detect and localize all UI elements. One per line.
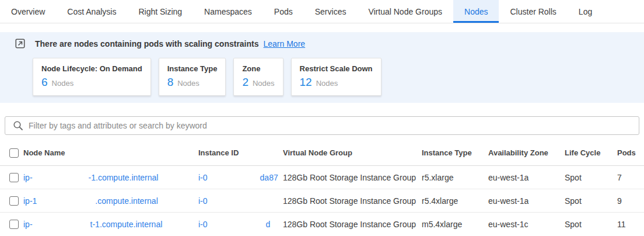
life-cycle-cell: Spot (565, 196, 617, 206)
banner-message: There are nodes containing pods with sca… (35, 39, 259, 48)
redacted-text (208, 178, 260, 179)
table-row: ip-t-1.compute.internal i-0d 128Gb Root … (0, 213, 644, 236)
card-title: Restrict Scale Down (300, 64, 373, 73)
scale-constraint-icon (15, 39, 25, 48)
table-row: ip-1.compute.internal i-0 128Gb Root Sto… (0, 189, 644, 213)
instance-id-link[interactable]: i-0 (198, 196, 208, 206)
tab-cost-analysis[interactable]: Cost Analysis (56, 0, 127, 23)
instance-id-link[interactable]: i-0da87 (198, 173, 278, 182)
life-cycle-cell: Spot (565, 173, 617, 182)
nodes-table: Node Name Instance ID Virtual Node Group… (0, 140, 644, 236)
availability-zone-cell: eu-west-1a (488, 196, 565, 206)
instance-type-cell: r5.xlarge (422, 173, 488, 182)
column-header-virtual-node-group: Virtual Node Group (283, 148, 422, 157)
column-header-availability-zone: Availability Zone (488, 148, 565, 157)
card-unit: Nodes (52, 79, 74, 88)
table-row: ip--1.compute.internal i-0da87 128Gb Roo… (0, 166, 644, 189)
node-name-link[interactable]: ip--1.compute.internal (23, 173, 158, 182)
scaling-constraints-banner: There are nodes containing pods with sca… (0, 32, 644, 103)
learn-more-link[interactable]: Learn More (264, 39, 306, 48)
tab-overview[interactable]: Overview (0, 0, 56, 23)
card-title: Zone (242, 64, 274, 73)
column-header-pods: Pods (617, 148, 644, 157)
availability-zone-cell: eu-west-1c (488, 220, 565, 229)
card-count: 8 (167, 76, 174, 89)
tab-nodes[interactable]: Nodes (453, 0, 499, 23)
instance-type-cell: r5.4xlarge (422, 196, 488, 206)
availability-zone-cell: eu-west-1a (488, 173, 565, 182)
node-name-link[interactable]: ip-t-1.compute.internal (23, 220, 162, 229)
virtual-node-group-cell: 128Gb Root Storage Instance Group (283, 173, 422, 182)
pods-cell: 9 (617, 196, 644, 206)
node-name-link[interactable]: ip-1.compute.internal (23, 196, 158, 206)
row-checkbox[interactable] (9, 220, 19, 229)
card-count: 6 (41, 76, 48, 89)
cluster-tab-bar: Overview Cost Analysis Right Sizing Name… (0, 0, 644, 23)
card-unit: Nodes (316, 79, 338, 88)
select-all-checkbox[interactable] (9, 148, 19, 158)
column-header-life-cycle: Life Cycle (565, 148, 617, 157)
row-checkbox[interactable] (9, 196, 19, 206)
tab-cluster-rolls[interactable]: Cluster Rolls (499, 0, 567, 23)
card-title: Node Lifecycle: On Demand (41, 64, 142, 73)
redacted-text (33, 224, 90, 225)
instance-type-cell: m5.4xlarge (422, 220, 488, 229)
card-zone[interactable]: Zone 2 Nodes (233, 58, 283, 96)
card-title: Instance Type (167, 64, 218, 73)
redacted-text (33, 178, 89, 179)
search-input[interactable] (29, 121, 639, 130)
instance-id-link[interactable]: i-0d (198, 220, 270, 229)
card-unit: Nodes (253, 79, 275, 88)
virtual-node-group-cell: 128Gb Root Storage Instance Group (283, 220, 422, 229)
search-icon (13, 120, 23, 131)
pods-cell: 7 (617, 173, 644, 182)
card-count: 12 (300, 76, 312, 89)
tab-log[interactable]: Log (568, 0, 603, 23)
redacted-text (208, 224, 266, 225)
pods-cell: 11 (617, 220, 644, 229)
column-header-instance-type: Instance Type (422, 148, 488, 157)
column-header-instance-id: Instance ID (198, 148, 283, 157)
tab-namespaces[interactable]: Namespaces (193, 0, 263, 23)
table-header-row: Node Name Instance ID Virtual Node Group… (0, 140, 644, 166)
tab-pods[interactable]: Pods (263, 0, 304, 23)
filter-search-box (5, 116, 639, 135)
life-cycle-cell: Spot (565, 220, 617, 229)
column-header-node-name: Node Name (23, 148, 198, 157)
redacted-text (37, 201, 95, 202)
row-checkbox[interactable] (9, 173, 19, 182)
constraint-cards: Node Lifecycle: On Demand 6 Nodes Instan… (33, 58, 644, 96)
card-node-lifecycle-on-demand[interactable]: Node Lifecycle: On Demand 6 Nodes (33, 58, 151, 96)
card-restrict-scale-down[interactable]: Restrict Scale Down 12 Nodes (291, 58, 382, 96)
tab-virtual-node-groups[interactable]: Virtual Node Groups (357, 0, 453, 23)
card-count: 2 (242, 76, 249, 89)
card-instance-type[interactable]: Instance Type 8 Nodes (159, 58, 226, 96)
tab-services[interactable]: Services (304, 0, 358, 23)
virtual-node-group-cell: 128Gb Root Storage Instance Group (283, 196, 422, 206)
card-unit: Nodes (177, 79, 200, 88)
tab-right-sizing[interactable]: Right Sizing (127, 0, 193, 23)
